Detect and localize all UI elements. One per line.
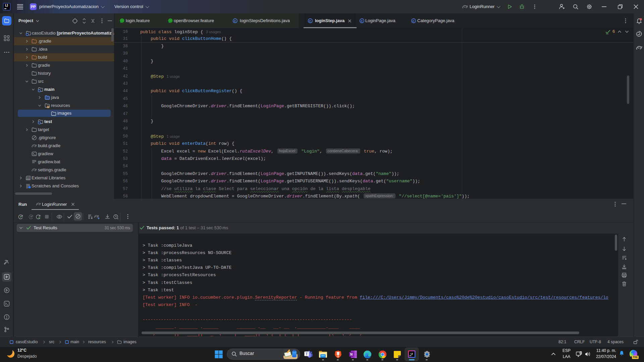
svg-text:C: C	[234, 19, 236, 23]
svg-text:C: C	[361, 19, 363, 23]
svg-text:T: T	[306, 352, 308, 356]
svg-text:C: C	[309, 19, 312, 23]
svg-text:N: N	[350, 353, 353, 356]
svg-text:IJ: IJ	[411, 352, 413, 355]
svg-text:C: C	[413, 19, 415, 23]
